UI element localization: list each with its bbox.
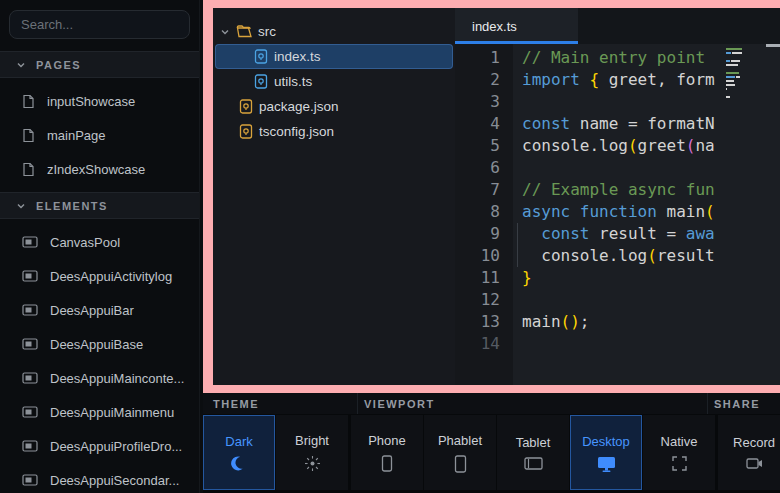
desktop-button[interactable]: Desktop (570, 415, 642, 490)
button-label: Bright (295, 433, 329, 448)
tree-item-utils-ts[interactable]: utils.ts (215, 69, 453, 94)
sidebar-item-inputshowcase[interactable]: inputShowcase (0, 84, 199, 118)
sidebar-item-deesappuibar[interactable]: DeesAppuiBar (0, 293, 199, 327)
search-wrap (0, 0, 199, 51)
tree-item-index-ts[interactable]: index.ts (215, 44, 453, 69)
desktop-icon (597, 456, 616, 472)
code-token: } (522, 268, 532, 287)
code-token: // Main entry point (522, 48, 705, 67)
minimap-row (726, 88, 750, 90)
minimap-bar (726, 64, 738, 66)
tree-item-tsconfig-json[interactable]: tsconfig.json (215, 119, 453, 144)
code-token: awa (686, 224, 715, 243)
sidebar-item-deesappuibase[interactable]: DeesAppuiBase (0, 327, 199, 361)
line-number: 12 (455, 289, 500, 311)
minimap-row (726, 84, 750, 86)
section-header-pages[interactable]: PAGES (0, 51, 199, 78)
toolbar-buttons: DarkBrightPhonePhabletTabletDesktopNativ… (203, 415, 780, 493)
tree-item-package-json[interactable]: package.json (215, 94, 453, 119)
toolbar-group-label-viewport: VIEWPORT (364, 398, 435, 410)
ts-file-icon (254, 74, 268, 89)
element-icon (22, 338, 38, 350)
sidebar-item-deesappuiprofiledro-[interactable]: DeesAppuiProfileDro... (0, 429, 199, 463)
code-token: main (657, 202, 705, 221)
sidebar-item-deesappuisecondar-[interactable]: DeesAppuiSecondar... (0, 463, 199, 493)
section-header-elements[interactable]: ELEMENTS (0, 192, 199, 219)
search-input[interactable] (9, 10, 190, 39)
code-token: import (522, 70, 580, 89)
minimap-row (726, 96, 750, 98)
code-line: console.log(result (522, 245, 726, 267)
editor-tabbar: index.ts (455, 8, 780, 44)
minimap[interactable] (726, 48, 750, 100)
minimap-bar (731, 60, 740, 62)
code-token: greet (638, 136, 686, 155)
sidebar-item-deesappuimainconte-[interactable]: DeesAppuiMainconte... (0, 361, 199, 395)
minimap-row (726, 60, 750, 62)
phone-button[interactable]: Phone (351, 415, 423, 490)
phablet-button[interactable]: Phablet (424, 415, 496, 490)
code-token: ( (628, 136, 638, 155)
bright-button[interactable]: Bright (276, 415, 348, 490)
element-icon (22, 474, 38, 486)
record-button[interactable]: Record (718, 415, 780, 490)
tablet-button[interactable]: Tablet (497, 415, 569, 490)
sidebar-item-canvaspool[interactable]: CanvasPool (0, 225, 199, 259)
sidebar-item-deesappuiactivitylog[interactable]: DeesAppuiActivitylog (0, 259, 199, 293)
page-icon (22, 162, 35, 177)
code-token: console.log (522, 136, 628, 155)
code-line (522, 289, 726, 311)
sidebar-item-label: DeesAppuiProfileDro... (50, 439, 182, 454)
tab-index-ts[interactable]: index.ts (455, 8, 578, 44)
tree-item-label: utils.ts (274, 74, 312, 89)
record-icon (746, 457, 763, 470)
page-icon (22, 94, 35, 109)
code-line: } (522, 267, 726, 289)
native-button[interactable]: Native (643, 415, 715, 490)
chevron-down-icon (16, 60, 26, 70)
minimap-row (726, 68, 750, 70)
minimap-row (726, 72, 750, 74)
minimap-bar (726, 88, 727, 90)
code-token: ) (570, 312, 580, 331)
line-number: 9 (455, 223, 500, 245)
code-token: result (657, 246, 715, 265)
minimap-bar (726, 84, 735, 86)
sidebar-item-label: DeesAppuiSecondar... (50, 473, 179, 488)
toolbar-headers: THEMEVIEWPORTSHARE (203, 393, 780, 415)
sidebar-item-mainpage[interactable]: mainPage (0, 118, 199, 152)
code-line: const result = awa (522, 223, 726, 245)
code-area[interactable]: 1234567891011121314 // Main entry pointi… (455, 44, 780, 385)
code-token: ( (705, 202, 715, 221)
minimap-bar (726, 80, 734, 82)
code-content: // Main entry pointimport { greet, formc… (513, 44, 726, 385)
button-label: Phablet (438, 433, 482, 448)
line-number: 8 (455, 201, 500, 223)
json-file-icon (239, 124, 253, 139)
toolbar-divider (357, 393, 358, 414)
sidebar-item-zindexshowcase[interactable]: zIndexShowcase (0, 152, 199, 186)
minimap-bar (736, 76, 740, 78)
chevron-down-icon (16, 201, 26, 211)
minimap-row (726, 52, 750, 54)
code-line (522, 333, 726, 355)
chevron-down-icon (220, 27, 230, 37)
page-icon (22, 128, 35, 143)
button-label: Record (733, 435, 775, 450)
code-line: // Main entry point (522, 47, 726, 69)
scrollbar-thumb[interactable] (766, 44, 780, 47)
properties-toolbar: THEMEVIEWPORTSHARE DarkBrightPhonePhable… (200, 393, 780, 493)
element-icon (22, 304, 38, 316)
sidebar-item-deesappuimainmenu[interactable]: DeesAppuiMainmenu (0, 395, 199, 429)
sidebar-item-label: DeesAppuiActivitylog (50, 269, 172, 284)
sidebar-item-label: inputShowcase (47, 94, 135, 109)
section-label: ELEMENTS (36, 200, 108, 212)
dark-button[interactable]: Dark (203, 415, 275, 490)
sidebar-item-label: CanvasPool (50, 235, 120, 250)
line-number: 3 (455, 91, 500, 113)
tree-item-src[interactable]: src (215, 19, 453, 44)
tree-item-label: tsconfig.json (259, 124, 334, 139)
phablet-icon (454, 455, 467, 473)
tree-item-label: src (258, 24, 276, 39)
line-number: 13 (455, 311, 500, 333)
